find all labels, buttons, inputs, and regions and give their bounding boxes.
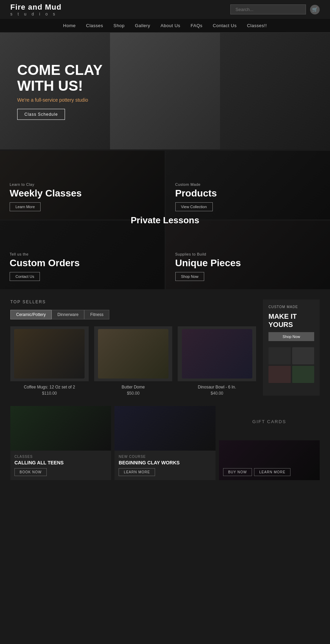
- feature-card-products[interactable]: Custom Made Products View Collection: [166, 151, 330, 219]
- bottom-card-btn-learn[interactable]: Learn More: [254, 468, 290, 476]
- feature-card-overlay-3: Tell us the Custom Orders Contact Us: [0, 221, 165, 289]
- side-promo-label: Custom Made: [268, 305, 314, 309]
- top-sellers-main: TOP SELLERS Ceramic/Pottery Dinnerware F…: [10, 300, 256, 396]
- bottom-card-title-2: BEGINNING CLAY WORKS: [119, 460, 211, 465]
- nav-classes[interactable]: Classes: [86, 23, 103, 28]
- feature-title-2: Products: [175, 188, 321, 199]
- nav-classes-cta[interactable]: Classes!!: [247, 23, 267, 28]
- feature-title-3: Custom Orders: [10, 258, 155, 269]
- nav-contact[interactable]: Contact Us: [213, 23, 236, 28]
- product-img-2: [94, 326, 173, 381]
- bottom-card-img-1: [10, 406, 111, 451]
- bottom-card-gift-label: Gift Cards: [252, 419, 286, 424]
- bottom-right-col: Gift Cards Buy Now Learn More: [219, 406, 320, 480]
- side-promo: Custom Made MAKE IT YOURS Shop Now: [263, 300, 320, 396]
- logo-sub-text: s t u d i o s: [10, 12, 62, 16]
- logo-main-text: Fire and Mud: [10, 3, 62, 12]
- top-sellers-title: TOP SELLERS: [10, 300, 256, 304]
- bottom-card-content-2: New Course BEGINNING CLAY WORKS Learn Mo…: [114, 451, 215, 480]
- hero-title: COME CLAY WITH US!: [17, 62, 102, 94]
- hero-bg-right: [220, 33, 330, 149]
- nav-shop[interactable]: Shop: [113, 23, 124, 28]
- header: Fire and Mud s t u d i o s 🛒: [0, 0, 330, 19]
- nav-faqs[interactable]: FAQs: [191, 23, 203, 28]
- top-sellers-section: TOP SELLERS Ceramic/Pottery Dinnerware F…: [0, 289, 330, 403]
- private-lessons-overlay: Private Lessons: [131, 215, 199, 225]
- feature-label-1: Learn to Clay: [10, 182, 155, 187]
- main-nav: Home Classes Shop Gallery About Us FAQs …: [0, 19, 330, 33]
- bottom-card-label-1: Classes: [14, 455, 107, 459]
- feature-btn-3[interactable]: Contact Us: [10, 272, 40, 281]
- bottom-card-content-1: Classes CALLING ALL TEENS Book Now: [10, 451, 111, 480]
- product-name-3: Dinosaur Bowl - 6 In.: [178, 385, 256, 389]
- filter-tabs: Ceramic/Pottery Dinnerware Fitness: [10, 310, 256, 319]
- filter-tab-dinnerware[interactable]: Dinnerware: [52, 310, 84, 319]
- feature-card-unique-pieces[interactable]: Supplies to Build Unique Pieces Shop Now: [166, 221, 330, 289]
- products-grid: Coffee Mugs: 12 Oz set of 2 $110.00 Butt…: [10, 326, 256, 396]
- bottom-card-bottom-overlay: Buy Now Learn More: [219, 440, 320, 480]
- product-img-3: [178, 326, 256, 381]
- feature-card-custom-orders[interactable]: Tell us the Custom Orders Contact Us: [0, 221, 165, 289]
- product-name-1: Coffee Mugs: 12 Oz set of 2: [10, 385, 89, 389]
- side-promo-button[interactable]: Shop Now: [268, 332, 314, 341]
- hero-section: COME CLAY WITH US! We're a full-service …: [0, 33, 330, 149]
- nav-about[interactable]: About Us: [161, 23, 180, 28]
- product-img-bowl-inner: [182, 329, 252, 379]
- feature-label-3: Tell us the: [10, 252, 155, 256]
- hero-content: COME CLAY WITH US! We're a full-service …: [17, 62, 102, 120]
- feature-btn-2[interactable]: View Collection: [175, 202, 213, 211]
- private-lessons-title: Private Lessons: [131, 215, 199, 225]
- features-section: Learn to Clay Weekly Classes Learn More …: [0, 151, 330, 289]
- feature-label-2: Custom Made: [175, 182, 321, 187]
- feature-title-4: Unique Pieces: [175, 258, 321, 269]
- product-price-3: $40.00: [178, 391, 256, 396]
- feature-label-4: Supplies to Build: [175, 252, 321, 256]
- feature-card-overlay-2: Custom Made Products View Collection: [166, 151, 330, 219]
- bottom-card-img-2: [114, 406, 215, 451]
- product-card-1[interactable]: Coffee Mugs: 12 Oz set of 2 $110.00: [10, 326, 89, 396]
- nav-home[interactable]: Home: [63, 23, 76, 28]
- product-price-1: $110.00: [10, 391, 89, 396]
- side-promo-img-2: [292, 347, 315, 364]
- bottom-card-bottom-right[interactable]: Buy Now Learn More: [219, 440, 320, 480]
- bottom-card-clay-works[interactable]: New Course BEGINNING CLAY WORKS Learn Mo…: [114, 406, 215, 480]
- feature-card-weekly-classes[interactable]: Learn to Clay Weekly Classes Learn More: [0, 151, 165, 219]
- product-card-2[interactable]: Butter Dome $50.00: [94, 326, 173, 396]
- bottom-card-btn-buy[interactable]: Buy Now: [223, 468, 252, 476]
- cart-icon[interactable]: 🛒: [310, 5, 320, 14]
- hero-bg-mid: [110, 33, 220, 149]
- feature-card-overlay-4: Supplies to Build Unique Pieces Shop Now: [166, 221, 330, 289]
- hero-subtitle: We're a full-service pottery studio: [17, 97, 102, 103]
- product-img-coffee-inner: [14, 329, 85, 379]
- product-img-butter-inner: [98, 329, 168, 379]
- bottom-card-btn-1[interactable]: Book Now: [14, 468, 47, 476]
- filter-tab-ceramic[interactable]: Ceramic/Pottery: [10, 310, 52, 319]
- product-img-1: [10, 326, 89, 381]
- bottom-card-gift-cards[interactable]: Gift Cards: [219, 406, 320, 437]
- feature-btn-4[interactable]: Shop Now: [175, 272, 205, 281]
- bottom-card-title-1: CALLING ALL TEENS: [14, 460, 107, 465]
- side-promo-grid: [268, 347, 314, 383]
- side-promo-title: MAKE IT YOURS: [268, 312, 314, 329]
- search-input[interactable]: [230, 4, 306, 14]
- feature-btn-1[interactable]: Learn More: [10, 202, 41, 211]
- side-promo-img-1: [268, 347, 291, 364]
- bottom-card-teens[interactable]: Classes CALLING ALL TEENS Book Now: [10, 406, 111, 480]
- header-right: 🛒: [230, 4, 320, 14]
- hero-cta-button[interactable]: Class Schedule: [17, 109, 65, 120]
- product-name-2: Butter Dome: [94, 385, 173, 389]
- product-card-3[interactable]: Dinosaur Bowl - 6 In. $40.00: [178, 326, 256, 396]
- filter-tab-fitness[interactable]: Fitness: [84, 310, 109, 319]
- feature-title-1: Weekly Classes: [10, 188, 155, 199]
- side-promo-img-3: [268, 366, 291, 383]
- bottom-card-label-2: New Course: [119, 455, 211, 459]
- feature-card-overlay-1: Learn to Clay Weekly Classes Learn More: [0, 151, 165, 219]
- product-price-2: $50.00: [94, 391, 173, 396]
- logo: Fire and Mud s t u d i o s: [10, 3, 62, 16]
- side-promo-img-4: [292, 366, 315, 383]
- bottom-card-btn-2[interactable]: Learn More: [119, 468, 155, 476]
- bottom-section: Classes CALLING ALL TEENS Book Now New C…: [0, 403, 330, 490]
- nav-gallery[interactable]: Gallery: [135, 23, 150, 28]
- bottom-right-buttons: Buy Now Learn More: [223, 468, 316, 476]
